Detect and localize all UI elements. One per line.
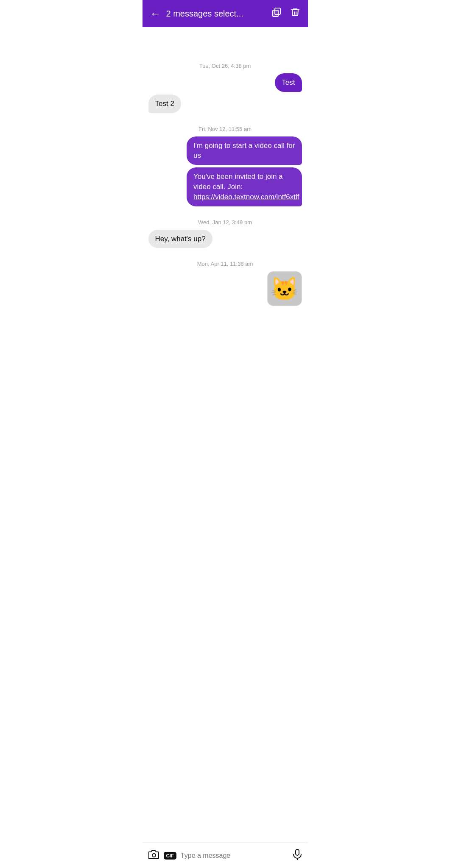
message-row: Test (148, 73, 302, 92)
message-row: I'm going to start a video call for us (148, 136, 302, 165)
message-row: 🐱 (148, 271, 302, 306)
back-button[interactable]: ← (150, 7, 161, 20)
timestamp-3: Wed, Jan 12, 3:49 pm (148, 219, 302, 225)
gif-button[interactable]: GIF (164, 852, 176, 860)
message-row: Test 2 (148, 95, 302, 113)
svg-rect-1 (273, 10, 278, 17)
bubble-received-test2[interactable]: Test 2 (148, 95, 181, 113)
timestamp-4: Mon, Apr 11, 11:38 am (148, 261, 302, 267)
messages-area: Tue, Oct 26, 4:38 pm Test Test 2 Fri, No… (143, 27, 308, 843)
message-row: You've been invited to join a video call… (148, 167, 302, 206)
svg-rect-5 (296, 849, 299, 855)
bubble-sent-emoji[interactable]: 🐱 (267, 271, 302, 306)
timestamp-1: Tue, Oct 26, 4:38 pm (148, 63, 302, 69)
bubble-sent-videocall[interactable]: I'm going to start a video call for us (187, 136, 302, 165)
header: ← 2 messages select... (143, 0, 308, 27)
video-link[interactable]: https://video.textnow.com/intf6xtlf (193, 193, 299, 201)
svg-point-4 (152, 854, 156, 857)
camera-button[interactable] (148, 850, 159, 862)
message-input[interactable] (181, 852, 288, 860)
delete-button[interactable] (290, 7, 300, 20)
header-title: 2 messages select... (166, 9, 263, 19)
bubble-sent-invite[interactable]: You've been invited to join a video call… (187, 167, 302, 206)
input-bar: GIF (143, 843, 308, 868)
mic-button[interactable] (293, 849, 302, 862)
bubble-sent-test[interactable]: Test (275, 73, 302, 92)
copy-button[interactable] (271, 7, 282, 20)
timestamp-2: Fri, Nov 12, 11:55 am (148, 126, 302, 132)
message-row: Hey, what's up? (148, 230, 302, 248)
bubble-received-hey[interactable]: Hey, what's up? (148, 230, 212, 248)
